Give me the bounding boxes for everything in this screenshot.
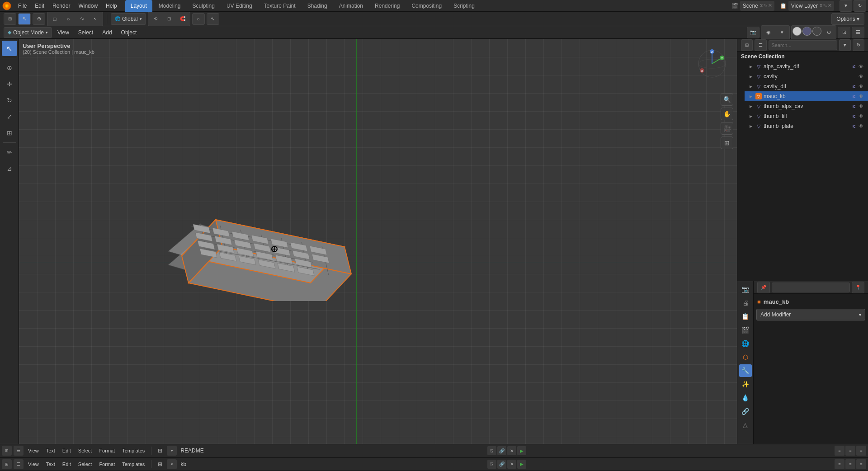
bp2-icon[interactable]: ⊞ bbox=[2, 459, 12, 469]
expand-thumb-fill[interactable]: ▶ bbox=[748, 113, 754, 119]
bp2-templates[interactable]: Templates bbox=[119, 459, 147, 469]
tab-scripting[interactable]: Scripting bbox=[448, 0, 480, 12]
tool-move[interactable]: ✛ bbox=[2, 76, 17, 92]
outliner-item-alps-cavity-dif[interactable]: ▶ ▽ alps_cavity_dif ⑆ 👁 bbox=[745, 61, 868, 71]
menu-render[interactable]: Render bbox=[49, 1, 74, 11]
tab-uv-editing[interactable]: UV Editing bbox=[221, 0, 258, 12]
bp2-format[interactable]: Format bbox=[96, 459, 118, 469]
outliner-mode-btn[interactable]: ☰ bbox=[755, 39, 766, 51]
outliner-item-thumb-alps-cav[interactable]: ▶ ▽ thumb_alps_cav ⑆ 👁 bbox=[745, 101, 868, 111]
tool-select[interactable]: ↖ bbox=[2, 41, 17, 56]
tab-modeling[interactable]: Modeling bbox=[153, 0, 186, 12]
sync-btn[interactable]: ↻ bbox=[854, 0, 866, 12]
bp1-txt-btn1[interactable]: ≡ bbox=[835, 446, 844, 456]
add-modifier-btn[interactable]: Add Modifier ▾ bbox=[756, 309, 865, 320]
bp1-text[interactable]: Text bbox=[43, 446, 58, 456]
outliner-item-cavity[interactable]: ▶ ▽ cavity 👁 bbox=[745, 71, 868, 81]
prop-tab-object[interactable]: ⬡ bbox=[739, 351, 752, 363]
bp1-icon[interactable]: ⊞ bbox=[2, 446, 12, 456]
toolbar-circle-select[interactable]: ○ bbox=[62, 13, 75, 25]
header-object[interactable]: Object bbox=[118, 27, 141, 38]
vp-grid[interactable]: ⊞ bbox=[721, 137, 733, 149]
bp2-mode[interactable]: ☰ bbox=[14, 459, 24, 469]
eye-alps-cavity-dif[interactable]: 👁 bbox=[857, 63, 864, 70]
viewport-shading-material[interactable] bbox=[802, 27, 811, 36]
tool-transform[interactable]: ⊞ bbox=[2, 125, 17, 141]
snap-toggle[interactable]: 🧲 bbox=[176, 13, 189, 25]
outliner-filter-btn[interactable]: ▼ bbox=[839, 39, 851, 51]
toolbar-cursor-btn[interactable]: ⊕ bbox=[33, 13, 45, 25]
viewport[interactable]: User Perspective (20) Scene Collection |… bbox=[19, 39, 737, 444]
prop-tab-object-data[interactable]: △ bbox=[739, 419, 752, 431]
tool-scale[interactable]: ⤢ bbox=[2, 109, 17, 124]
vp-hand[interactable]: ✋ bbox=[721, 108, 733, 120]
vp-camera[interactable]: 🎥 bbox=[721, 122, 733, 135]
bp1-link-btn[interactable]: 🔗 bbox=[497, 446, 506, 455]
prop-tab-physics[interactable]: 💧 bbox=[739, 391, 752, 404]
bp2-edit[interactable]: Edit bbox=[60, 459, 74, 469]
prop-tab-output[interactable]: 🖨 bbox=[739, 297, 752, 309]
bp2-txt-btn3[interactable]: ≡ bbox=[856, 459, 866, 469]
viewport-shading-solid[interactable] bbox=[793, 27, 802, 36]
prop-tab-constraints[interactable]: 🔗 bbox=[739, 405, 752, 418]
tool-annotate[interactable]: ✏ bbox=[2, 145, 17, 160]
eye-cavity-dif[interactable]: 👁 bbox=[857, 83, 864, 90]
expand-cavity-dif[interactable]: ▶ bbox=[748, 84, 754, 89]
header-select[interactable]: Select bbox=[75, 27, 97, 38]
toolbar-tweak-select[interactable]: ↖ bbox=[89, 13, 102, 25]
tab-layout[interactable]: Layout bbox=[125, 0, 152, 12]
tab-sculpting[interactable]: Sculpting bbox=[187, 0, 220, 12]
viewport-solid[interactable]: ◉ bbox=[762, 27, 775, 38]
toolbar-layout-btn[interactable]: ⊞ bbox=[4, 13, 16, 25]
bp2-txt-btn1[interactable]: ≡ bbox=[835, 459, 844, 469]
props-pin2-btn[interactable]: 📍 bbox=[852, 282, 864, 293]
outliner-sync-btn[interactable]: ↻ bbox=[853, 39, 864, 51]
expand-cavity[interactable]: ▶ bbox=[748, 74, 754, 79]
expand-thumb-alps-cav[interactable]: ▶ bbox=[748, 104, 754, 109]
bp2-link-btn[interactable]: 🔗 bbox=[497, 460, 506, 469]
prop-tab-render[interactable]: 📷 bbox=[739, 283, 752, 296]
tool-cursor[interactable]: ⊕ bbox=[2, 60, 17, 75]
outliner-item-mauc-kb[interactable]: ▶ ▽ mauc_kb ⑆ 👁 bbox=[745, 91, 868, 101]
proportional-mode[interactable]: ∿ bbox=[207, 13, 219, 25]
bp1-view[interactable]: View bbox=[25, 446, 42, 456]
props-search-input[interactable] bbox=[772, 283, 850, 292]
options-btn[interactable]: Options ▾ bbox=[831, 13, 864, 25]
filter-btn[interactable]: ▼ bbox=[840, 0, 852, 12]
outliner-item-cavity-dif[interactable]: ▶ ▽ cavity_dif ⑆ 👁 bbox=[745, 81, 868, 91]
bp1-txt-btn2[interactable]: ≡ bbox=[845, 446, 855, 456]
scene-selector[interactable]: Scene ⧖ ✎ ✕ bbox=[740, 1, 774, 11]
menu-help[interactable]: Help bbox=[102, 1, 121, 11]
viewport-gizmo[interactable]: Z Y X bbox=[694, 46, 730, 82]
outliner-item-thumb-fill[interactable]: ▶ ▽ thumb_fill ⑆ 👁 bbox=[745, 111, 868, 121]
prop-tab-scene[interactable]: 🎬 bbox=[739, 324, 752, 336]
expand-alps-cavity-dif[interactable]: ▶ bbox=[748, 64, 754, 69]
menu-window[interactable]: Window bbox=[75, 1, 101, 11]
menu-file[interactable]: File bbox=[14, 1, 30, 11]
outliner-icon-btn[interactable]: ⊞ bbox=[741, 39, 753, 51]
toolbar-lasso-select[interactable]: ∿ bbox=[75, 13, 88, 25]
viewport-shading-render[interactable] bbox=[812, 27, 821, 36]
toolbar-box-select[interactable]: □ bbox=[48, 13, 61, 25]
prop-tab-view-layer[interactable]: 📋 bbox=[739, 310, 752, 323]
viewport-camera-btn[interactable]: 📷 bbox=[747, 27, 760, 38]
tool-rotate[interactable]: ↻ bbox=[2, 93, 17, 108]
bp1-templates[interactable]: Templates bbox=[119, 446, 147, 456]
eye-thumb-alps-cav[interactable]: 👁 bbox=[857, 103, 864, 110]
viewport-xray-btn[interactable]: ☰ bbox=[852, 27, 864, 38]
vp-zoom-in[interactable]: 🔍 bbox=[721, 93, 733, 106]
toolbar-select-btn[interactable]: ↖ bbox=[18, 13, 31, 25]
viewport-shading-wireframe[interactable]: ⊙ bbox=[822, 27, 835, 38]
tab-shading[interactable]: Shading bbox=[302, 0, 333, 12]
bp1-copy-btn[interactable]: ⎘ bbox=[487, 446, 496, 455]
bp1-select[interactable]: Select bbox=[75, 446, 95, 456]
bp2-file-dropdown[interactable]: ▾ bbox=[167, 459, 177, 469]
bp2-play-btn[interactable]: ▶ bbox=[517, 460, 526, 469]
bp2-txt-btn2[interactable]: ≡ bbox=[845, 459, 855, 469]
pivot-btn[interactable]: ⊡ bbox=[163, 13, 175, 25]
eye-cavity[interactable]: 👁 bbox=[857, 73, 864, 80]
header-add[interactable]: Add bbox=[99, 27, 115, 38]
bp2-select[interactable]: Select bbox=[75, 459, 95, 469]
bp2-close-btn[interactable]: ✕ bbox=[507, 460, 516, 469]
transform-dropdown[interactable]: 🌐 Global ▾ bbox=[111, 13, 146, 25]
